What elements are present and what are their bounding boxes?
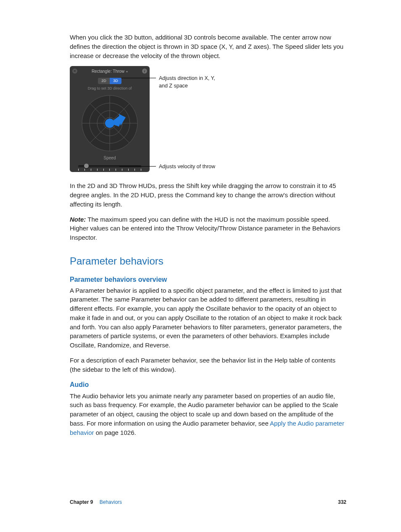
chevron-down-icon[interactable]: ▾ xyxy=(126,69,128,74)
intro-paragraph: When you click the 3D button, additional… xyxy=(70,33,346,60)
overview-p1: A Parameter behavior is applied to a spe… xyxy=(70,286,346,350)
shift-command-paragraph: In the 2D and 3D Throw HUDs, press the S… xyxy=(70,181,346,209)
speed-slider[interactable] xyxy=(78,163,141,171)
hud-title: Rectangle: Throw▾ xyxy=(92,69,128,75)
speed-label: Speed xyxy=(70,155,150,161)
footer-chapter: Chapter 9 xyxy=(70,499,93,505)
note-label: Note: xyxy=(70,216,86,223)
hud-figure: ✕ Rectangle: Throw▾ i 2D 3D Drag to set … xyxy=(70,66,346,172)
throw-hud-panel: ✕ Rectangle: Throw▾ i 2D 3D Drag to set … xyxy=(70,66,150,172)
footer-section-link[interactable]: Behaviors xyxy=(100,499,122,505)
footer-page-number: 332 xyxy=(338,499,346,506)
direction-dial[interactable] xyxy=(80,94,139,153)
info-icon[interactable]: i xyxy=(142,69,147,74)
note-paragraph: Note: The maximum speed you can define w… xyxy=(70,215,346,242)
toggle-3d[interactable]: 3D xyxy=(110,78,121,84)
slider-thumb[interactable] xyxy=(84,164,89,168)
close-icon[interactable]: ✕ xyxy=(72,69,77,74)
dimension-toggle[interactable]: 2D 3D xyxy=(98,78,121,84)
hud-subtitle: Drag to set 3D direction of xyxy=(70,86,150,91)
callout-velocity: Adjusts velocity of throw xyxy=(159,163,243,170)
section-heading: Parameter behaviors xyxy=(70,254,346,269)
toggle-2d[interactable]: 2D xyxy=(98,78,110,84)
overview-heading: Parameter behaviors overview xyxy=(70,275,346,284)
audio-paragraph: The Audio behavior lets you animate near… xyxy=(70,392,346,437)
audio-heading: Audio xyxy=(70,380,346,389)
callout-direction: Adjusts direction in X, Y, and Z space xyxy=(159,74,221,90)
overview-p2: For a description of each Parameter beha… xyxy=(70,356,346,374)
page-footer: Chapter 9 Behaviors 332 xyxy=(70,499,346,506)
